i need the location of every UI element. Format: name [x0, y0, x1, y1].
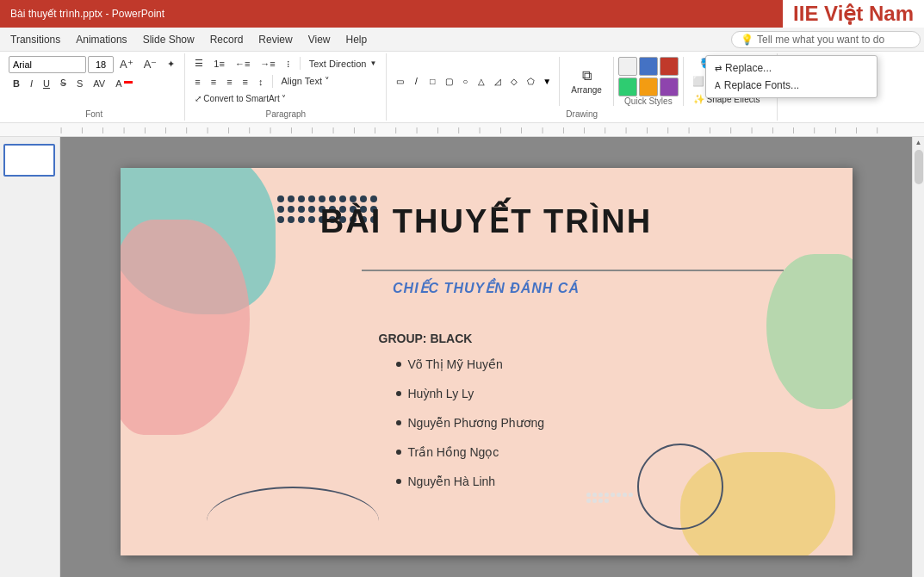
list-text-3: Nguyễn Phương Phương — [408, 416, 545, 430]
scroll-up-arrow[interactable]: ▲ — [914, 137, 924, 148]
convert-label: Convert to SmartArt ˅ — [203, 94, 286, 103]
dot — [370, 195, 377, 202]
sep3 — [559, 57, 560, 106]
slide-subtitle-line — [362, 270, 784, 271]
shape-oval[interactable]: ○ — [457, 75, 473, 89]
justify-btn[interactable]: ≡ — [239, 74, 252, 90]
decrease-font-btn[interactable]: A⁻ — [140, 55, 162, 73]
arrange-btn[interactable]: ⧉ Arrange — [564, 65, 609, 98]
slide-thumb-1[interactable] — [3, 144, 55, 177]
decrease-indent-btn[interactable]: ←≡ — [231, 56, 254, 71]
brand-text: IIE Việt Nam — [793, 2, 914, 26]
replace-fonts-item[interactable]: A Replace Fonts... — [710, 77, 873, 94]
font-color-btn[interactable]: A — [111, 76, 136, 91]
slide-subtitle[interactable]: CHIẾC THUYỀN ĐÁNH CÁ — [121, 280, 853, 296]
list-item-3: Nguyễn Phương Phương — [396, 416, 545, 430]
slide-canvas-area: BÀI THUYẾT TRÌNH CHIẾC THUYỀN ĐÁNH CÁ GR… — [60, 137, 912, 577]
align-text-label: Align Text ˅ — [282, 76, 331, 87]
list-item-1: Võ Thị Mỹ Huyền — [396, 357, 545, 371]
bullet-2 — [396, 391, 401, 396]
shape-triangle[interactable]: △ — [474, 75, 489, 89]
columns-btn[interactable]: ⫶ — [282, 56, 295, 71]
increase-indent-btn[interactable]: →≡ — [256, 56, 279, 71]
increase-font-btn[interactable]: A⁺ — [115, 55, 138, 73]
bullet-5 — [396, 479, 401, 484]
replace-item[interactable]: ⇄ Replace... — [710, 59, 873, 77]
title-bar: Bài thuyết trình.pptx - PowerPoint IIE V… — [0, 0, 924, 28]
align-right-btn[interactable]: ≡ — [222, 74, 236, 90]
dot-small — [592, 499, 597, 503]
menu-view[interactable]: View — [301, 31, 338, 48]
tell-me-box[interactable]: 💡 Tell me what you want to do — [731, 31, 921, 48]
scrollbar-right: ▲ ▼ — [912, 137, 924, 577]
shape-rect[interactable]: ▭ — [392, 75, 407, 89]
slide-panel — [0, 137, 60, 577]
qs-3[interactable] — [660, 57, 679, 76]
font-size-input[interactable] — [88, 56, 114, 73]
shape-outline-circle — [637, 444, 723, 530]
dot-small — [623, 493, 627, 497]
shape-rt-triangle[interactable]: ◿ — [490, 75, 505, 89]
shadow-btn[interactable]: S — [72, 76, 87, 91]
menu-slideshow[interactable]: Slide Show — [136, 31, 202, 48]
slide[interactable]: BÀI THUYẾT TRÌNH CHIẾC THUYỀN ĐÁNH CÁ GR… — [121, 168, 853, 555]
strikethrough-btn[interactable]: S̶ — [56, 75, 71, 91]
dot-small — [629, 493, 633, 497]
list-item-5: Nguyễn Hà Linh — [396, 475, 545, 488]
clear-format-btn[interactable]: ✦ — [163, 56, 179, 72]
dot — [288, 195, 295, 202]
editing-group: 🔍 Find ⇄ Replace ˅ ▼ ⇄ Replace... A Repl… — [778, 53, 881, 121]
effects-icon: ✨ — [693, 94, 705, 105]
quick-styles-grid — [618, 57, 679, 96]
quick-styles-area: Quick Styles — [618, 57, 679, 106]
sep1 — [300, 57, 301, 70]
bullet-3 — [396, 420, 401, 425]
underline-btn[interactable]: U — [39, 76, 54, 91]
line-spacing-btn[interactable]: ↕ — [254, 74, 268, 90]
char-spacing-btn[interactable]: AV — [89, 76, 109, 91]
qs-4[interactable] — [618, 78, 637, 96]
dot-small — [611, 493, 615, 497]
replace-item-icon: ⇄ — [715, 64, 722, 73]
bullets-btn[interactable]: ☰ — [190, 55, 208, 71]
ruler: | | | | | | | | | | | | | | | | | | | | … — [0, 123, 924, 137]
align-center-btn[interactable]: ≡ — [207, 74, 220, 90]
align-left-btn[interactable]: ≡ — [190, 74, 204, 90]
shape-diamond[interactable]: ◇ — [506, 75, 522, 89]
shape-line[interactable]: / — [408, 75, 424, 89]
list-text-5: Nguyễn Hà Linh — [408, 475, 496, 488]
shape-green-blob — [766, 254, 853, 409]
convert-smartart-btn[interactable]: ⤢ Convert to SmartArt ˅ — [190, 91, 290, 106]
qs-1[interactable] — [618, 57, 637, 76]
font-name-input[interactable] — [9, 56, 86, 73]
window-title: Bài thuyết trình.pptx - PowerPoint — [10, 8, 164, 20]
qs-5[interactable] — [639, 78, 658, 96]
qs-6[interactable] — [660, 78, 679, 96]
numbering-btn[interactable]: 1≡ — [209, 56, 229, 71]
replace-item-label: Replace... — [725, 62, 772, 74]
qs-2[interactable] — [639, 57, 658, 76]
align-text-btn[interactable]: Align Text ˅ — [277, 73, 335, 90]
scroll-thumb[interactable] — [915, 150, 923, 184]
bullet-1 — [396, 362, 401, 367]
shape-outline-wavy — [207, 487, 379, 555]
shape-pentagon[interactable]: ⬠ — [523, 75, 538, 89]
shape-rounded-rect[interactable]: ▢ — [441, 75, 456, 89]
font-group: A⁺ A⁻ ✦ B I U S̶ S AV A Font — [3, 53, 185, 121]
menu-record[interactable]: Record — [203, 31, 251, 48]
menu-help[interactable]: Help — [339, 31, 375, 48]
italic-btn[interactable]: I — [26, 76, 37, 91]
shape-more[interactable]: ▼ — [539, 75, 555, 89]
paragraph-group-label: Paragraph — [190, 108, 381, 119]
shape-rect2[interactable]: □ — [425, 75, 440, 89]
slide-group[interactable]: GROUP: BLACK — [379, 332, 473, 345]
menu-transitions[interactable]: Transitions — [3, 31, 67, 48]
dot-small — [617, 493, 621, 497]
menu-review[interactable]: Review — [251, 31, 299, 48]
menu-animations[interactable]: Animations — [69, 31, 133, 48]
text-direction-btn[interactable]: Text Direction ▼ — [305, 56, 381, 71]
dot — [360, 195, 367, 202]
bold-btn[interactable]: B — [9, 76, 24, 91]
dot-small — [586, 499, 591, 503]
slide-title[interactable]: BÀI THUYẾT TRÌNH — [121, 202, 853, 240]
